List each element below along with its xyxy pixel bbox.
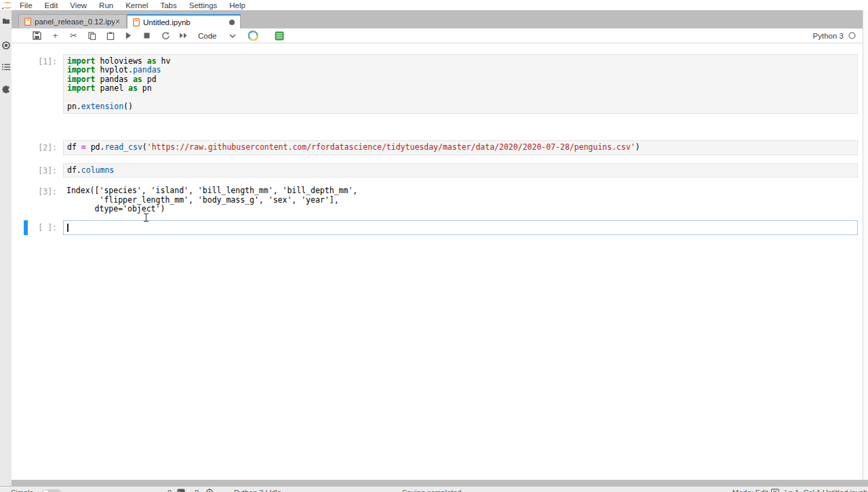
execution-prompt: [3]:: [28, 184, 60, 216]
cell-editor[interactable]: df = pd.read_csv('https://raw.githubuser…: [63, 140, 858, 155]
jupyter-logo-icon: [1, 1, 14, 10]
output-area[interactable]: [3]:Index(['species', 'island', 'bill_le…: [24, 184, 858, 216]
tab-untitled-notebook[interactable]: Untitled.ipynb: [127, 14, 241, 28]
dock-tab-bar: panel_release_0.12.ipynb × Untitled.ipyn…: [12, 10, 863, 28]
extension-manager-icon[interactable]: [2, 85, 10, 94]
panel-bottom-border: [0, 480, 868, 486]
tab-label: Untitled.ipynb: [143, 18, 191, 26]
menu-view[interactable]: View: [70, 1, 87, 10]
interrupt-kernel-button[interactable]: [138, 29, 156, 43]
table-of-contents-icon[interactable]: [2, 63, 10, 71]
insert-cell-button[interactable]: +: [46, 29, 64, 43]
menu-bar: File Edit View Run Kernel Tabs Settings …: [0, 0, 868, 10]
command-mode-icon[interactable]: [771, 489, 779, 492]
cell-editor[interactable]: [63, 220, 858, 234]
kernels-count: 0: [195, 489, 199, 492]
execution-prompt: [ ]:: [28, 220, 60, 234]
code-cell[interactable]: [1]:import holoviews as hvimport hvplot.…: [24, 54, 858, 114]
save-button[interactable]: [28, 29, 46, 43]
mouse-ibeam-cursor: [143, 213, 149, 222]
notebook-file-icon: [133, 18, 140, 26]
unsaved-changes-dot-icon[interactable]: [229, 20, 235, 25]
left-sidebar: [0, 10, 12, 486]
restart-run-all-button[interactable]: [174, 29, 193, 43]
paste-cells-button[interactable]: [101, 29, 119, 43]
cell-editor[interactable]: import holoviews as hvimport hvplot.pand…: [63, 54, 858, 114]
menu-kernel[interactable]: Kernel: [125, 1, 148, 10]
tab-panel-release-notebook[interactable]: panel_release_0.12.ipynb ×: [18, 14, 127, 28]
cursor-position[interactable]: Ln 1, Col 1: [785, 489, 821, 492]
scrollbar-track[interactable]: [863, 10, 868, 480]
execution-prompt: [1]:: [28, 54, 60, 114]
kernel-status-text[interactable]: Python 3 | Idle: [234, 489, 281, 492]
code-cell[interactable]: [ ]:: [24, 220, 858, 234]
status-bar: Simple 0 0 Python 3 | Idle Saving comple…: [0, 486, 868, 492]
notebook-cells: [1]:import holoviews as hvimport hvplot.…: [24, 54, 858, 235]
menu-run[interactable]: Run: [99, 1, 113, 10]
execution-prompt: [2]:: [28, 140, 60, 155]
kernel-sessions-icon[interactable]: [205, 489, 214, 492]
text-caret: [67, 224, 68, 232]
notebook-panel[interactable]: [1]:import holoviews as hvimport hvplot.…: [12, 43, 863, 480]
terminal-icon[interactable]: [177, 489, 185, 492]
restart-kernel-button[interactable]: [156, 29, 174, 43]
cell-editor[interactable]: df.columns: [63, 163, 858, 178]
cut-cells-button[interactable]: ✂: [64, 29, 83, 43]
kernel-name[interactable]: Python 3: [813, 32, 844, 40]
kernel-status-idle-icon: [848, 32, 856, 39]
menu-tabs[interactable]: Tabs: [160, 1, 176, 10]
notebook-mode[interactable]: Mode: Edit: [732, 489, 768, 492]
tab-label: panel_release_0.12.ipynb: [35, 18, 115, 26]
cell-type-dropdown[interactable]: Code: [198, 32, 217, 40]
saving-status: Saving completed: [402, 489, 461, 492]
output-text: Index(['species', 'island', 'bill_length…: [63, 184, 858, 216]
run-cell-button[interactable]: [119, 29, 138, 43]
close-tab-icon[interactable]: ×: [115, 18, 121, 25]
terminals-count: 0: [167, 489, 172, 492]
statusbar-filename: Untitled.ipynb: [823, 489, 868, 492]
simple-mode-toggle[interactable]: [42, 489, 61, 492]
kernel-indicator[interactable]: Python 3: [813, 32, 856, 40]
menu-edit[interactable]: Edit: [45, 1, 58, 10]
menu-settings[interactable]: Settings: [189, 1, 218, 10]
chevron-down-icon[interactable]: [228, 29, 237, 43]
code-cell[interactable]: [3]:df.columns: [24, 163, 858, 178]
copy-cells-button[interactable]: [83, 29, 101, 43]
running-kernels-icon[interactable]: [2, 41, 10, 49]
simple-mode-label: Simple: [11, 489, 34, 492]
menu-file[interactable]: File: [20, 1, 33, 10]
code-cell[interactable]: [2]:df = pd.read_csv('https://raw.github…: [24, 140, 858, 155]
data-table-button[interactable]: [271, 29, 289, 43]
notebook-file-icon: [24, 18, 31, 26]
file-browser-icon[interactable]: [2, 17, 10, 25]
execution-prompt: [3]:: [28, 163, 60, 178]
notebook-toolbar: + ✂ Code: [12, 28, 863, 43]
menu-help[interactable]: Help: [229, 1, 245, 10]
panel-preview-button[interactable]: [244, 29, 262, 43]
